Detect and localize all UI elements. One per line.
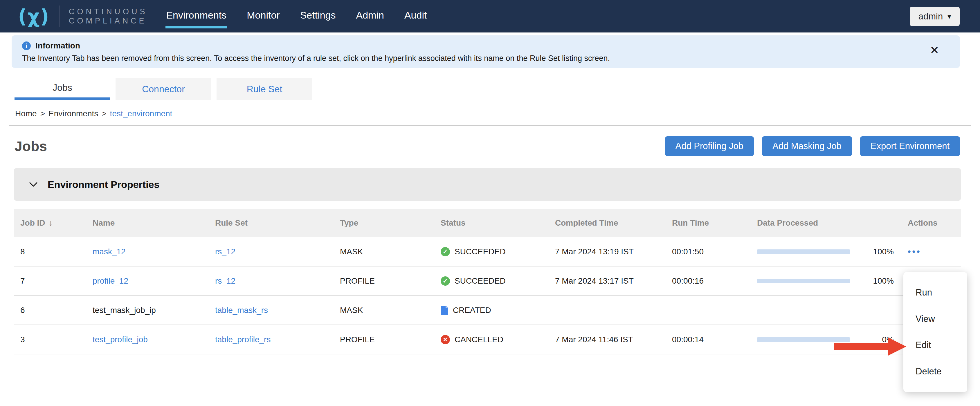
breadcrumb-current-environment[interactable]: test_environment <box>110 109 172 118</box>
run-time-cell: 00:00:14 <box>666 335 751 344</box>
close-icon[interactable]: ✕ <box>930 44 939 56</box>
table-row: 6 test_mask_job_ip table_mask_rs MASK CR… <box>14 296 961 325</box>
breadcrumb-divider <box>9 125 971 126</box>
brand-wordmark: CONTINUOUS COMPLIANCE <box>69 7 148 25</box>
nav-item-monitor[interactable]: Monitor <box>246 4 280 29</box>
table-row: 8 mask_12 rs_12 MASK SUCCEEDED 7 Mar 202… <box>14 237 961 266</box>
table-row: 3 test_profile_job table_profile_rs PROF… <box>14 325 961 354</box>
column-header-actions: Actions <box>901 218 961 228</box>
nav-item-environments[interactable]: Environments <box>165 4 227 29</box>
column-header-type[interactable]: Type <box>334 218 434 228</box>
page-header: Jobs Add Profiling Job Add Masking Job E… <box>14 136 960 156</box>
status-succeeded-icon <box>441 276 450 285</box>
user-menu-button[interactable]: admin ▾ <box>910 7 960 26</box>
jobs-table: Job ID ↓ Name Rule Set Type Status Compl… <box>14 209 961 354</box>
add-profiling-job-button[interactable]: Add Profiling Job <box>665 136 754 156</box>
breadcrumb: Home > Environments > test_environment <box>15 109 980 118</box>
job-name-text: test_mask_job_ip <box>92 306 156 315</box>
environment-properties-label: Environment Properties <box>48 179 159 190</box>
job-id-cell: 3 <box>14 335 86 344</box>
menu-item-delete[interactable]: Delete <box>904 366 967 377</box>
job-name-link[interactable]: profile_12 <box>92 276 128 285</box>
page-title: Jobs <box>14 138 47 154</box>
progress-bar <box>757 279 850 283</box>
progress-percent: 0% <box>882 335 894 344</box>
table-row: 7 profile_12 rs_12 PROFILE SUCCEEDED 7 M… <box>14 266 961 296</box>
job-type-cell: PROFILE <box>334 335 434 344</box>
status-label: CREATED <box>453 306 491 315</box>
chevron-down-icon: ▾ <box>948 13 951 21</box>
job-id-cell: 6 <box>14 306 86 315</box>
breadcrumb-separator: > <box>102 109 106 118</box>
brand-line1: CONTINUOUS <box>69 7 148 16</box>
status-succeeded-icon <box>441 247 450 256</box>
status-created-icon <box>441 306 448 315</box>
progress-bar <box>757 249 850 254</box>
job-type-cell: MASK <box>334 306 434 315</box>
menu-item-view[interactable]: View <box>904 314 967 324</box>
user-menu-label: admin <box>918 11 943 22</box>
status-label: CANCELLED <box>455 335 503 344</box>
run-time-cell: 00:00:16 <box>666 276 751 285</box>
job-name-link[interactable]: mask_12 <box>92 247 126 256</box>
column-header-data-processed[interactable]: Data Processed <box>751 218 901 228</box>
menu-item-run[interactable]: Run <box>904 287 967 298</box>
job-id-cell: 8 <box>14 247 86 256</box>
tab-bar: Jobs Connector Rule Set <box>14 78 980 100</box>
job-type-cell: MASK <box>334 247 434 256</box>
sort-desc-icon[interactable]: ↓ <box>49 218 53 228</box>
progress-percent: 100% <box>873 247 894 256</box>
chevron-down-icon <box>29 182 38 187</box>
progress-bar <box>757 337 850 342</box>
breadcrumb-home[interactable]: Home <box>15 109 37 118</box>
nav-item-admin[interactable]: Admin <box>356 4 385 29</box>
breadcrumb-separator: > <box>40 109 45 118</box>
column-header-status[interactable]: Status <box>434 218 549 228</box>
export-environment-button[interactable]: Export Environment <box>860 136 960 156</box>
logo-divider <box>59 5 59 27</box>
banner-title: Information <box>35 41 80 51</box>
run-time-cell: 00:01:50 <box>666 247 751 256</box>
status-label: SUCCEEDED <box>455 247 506 256</box>
completed-time-cell: 7 Mar 2024 13:17 IST <box>549 276 666 285</box>
table-header-row: Job ID ↓ Name Rule Set Type Status Compl… <box>14 209 961 237</box>
rule-set-link[interactable]: rs_12 <box>215 276 235 285</box>
top-navbar: (χ) CONTINUOUS COMPLIANCE Environments M… <box>0 0 980 32</box>
job-type-cell: PROFILE <box>334 276 434 285</box>
completed-time-cell: 7 Mar 2024 13:19 IST <box>549 247 666 256</box>
column-header-completed-time[interactable]: Completed Time <box>549 218 666 228</box>
page: (χ) CONTINUOUS COMPLIANCE Environments M… <box>0 0 980 406</box>
banner-message: The Inventory Tab has been removed from … <box>22 54 925 63</box>
nav-item-settings[interactable]: Settings <box>299 4 336 29</box>
tab-jobs[interactable]: Jobs <box>14 78 110 100</box>
tab-rule-set[interactable]: Rule Set <box>216 78 312 100</box>
column-header-job-id[interactable]: Job ID ↓ <box>14 218 86 228</box>
job-id-cell: 7 <box>14 276 86 285</box>
rule-set-link[interactable]: table_profile_rs <box>215 335 270 344</box>
row-actions-menu-icon[interactable]: ••• <box>908 247 921 257</box>
column-header-run-time[interactable]: Run Time <box>666 218 751 228</box>
breadcrumb-environments[interactable]: Environments <box>48 109 98 118</box>
header-actions: Add Profiling Job Add Masking Job Export… <box>665 136 960 156</box>
rule-set-link[interactable]: table_mask_rs <box>215 306 268 315</box>
column-header-name[interactable]: Name <box>86 218 209 228</box>
rule-set-link[interactable]: rs_12 <box>215 247 235 256</box>
environment-properties-accordion[interactable]: Environment Properties <box>14 168 961 201</box>
column-header-rule-set[interactable]: Rule Set <box>209 218 334 228</box>
row-actions-context-menu: Run View Edit Delete <box>904 272 967 392</box>
info-icon: i <box>22 41 31 50</box>
primary-nav: Environments Monitor Settings Admin Audi… <box>165 4 427 29</box>
brand-logo-icon[interactable]: (χ) <box>18 5 49 27</box>
progress-percent: 100% <box>873 276 894 285</box>
job-name-link[interactable]: test_profile_job <box>92 335 148 344</box>
status-label: SUCCEEDED <box>455 276 506 285</box>
menu-item-edit[interactable]: Edit <box>904 340 967 350</box>
add-masking-job-button[interactable]: Add Masking Job <box>762 136 852 156</box>
nav-item-audit[interactable]: Audit <box>404 4 428 29</box>
completed-time-cell: 7 Mar 2024 11:46 IST <box>549 335 666 344</box>
info-banner: i Information The Inventory Tab has been… <box>12 35 960 68</box>
status-cancelled-icon <box>441 335 450 344</box>
tab-connector[interactable]: Connector <box>116 78 211 100</box>
brand-line2: COMPLIANCE <box>69 16 148 25</box>
